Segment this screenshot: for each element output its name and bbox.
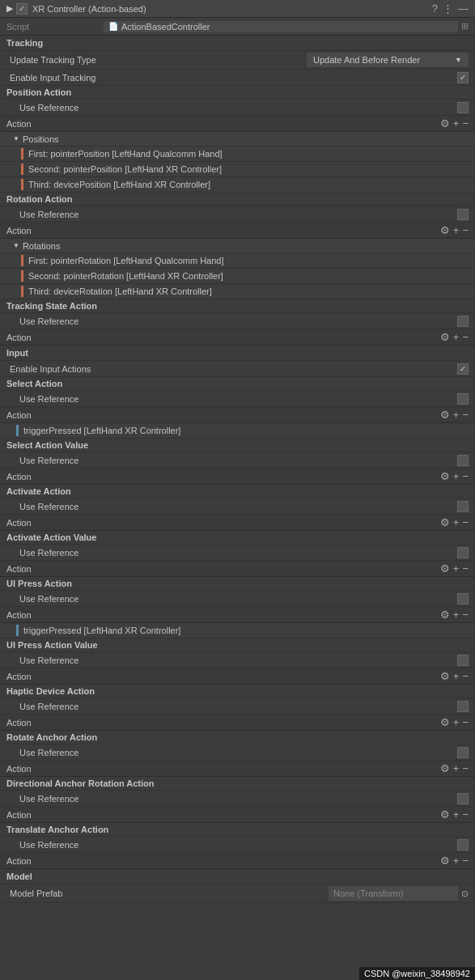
- ui-press-use-reference-row: Use Reference: [0, 591, 475, 607]
- select-use-reference-checkbox[interactable]: [457, 393, 469, 405]
- directional-anchor-gear-icon[interactable]: ⚙: [440, 808, 450, 821]
- rotate-anchor-use-reference-checkbox[interactable]: [457, 747, 469, 758]
- rotate-anchor-remove-icon[interactable]: −: [462, 762, 469, 774]
- dropdown-arrow: ▼: [455, 56, 462, 64]
- select-action-remove-icon[interactable]: −: [462, 409, 469, 421]
- rotations-text-0: First: pointerRotation [LeftHand Qualcom…: [28, 256, 224, 265]
- ui-press-value-use-reference-label: Use Reference: [6, 655, 457, 665]
- tracking-state-add-icon[interactable]: +: [453, 331, 460, 343]
- model-prefab-field[interactable]: [329, 886, 458, 901]
- model-prefab-dot-icon[interactable]: ⊙: [461, 889, 469, 899]
- position-use-reference-checkbox[interactable]: [457, 102, 469, 113]
- component-enabled-checkbox[interactable]: [16, 3, 28, 15]
- rotations-tree-item[interactable]: ▼ Rotations: [0, 239, 475, 253]
- activate-action-add-icon[interactable]: +: [453, 516, 460, 528]
- ui-press-value-gear-icon[interactable]: ⚙: [440, 670, 450, 682]
- rotations-item-1: Second: pointerRotation [LeftHand XR Con…: [0, 269, 475, 284]
- select-value-remove-icon[interactable]: −: [462, 470, 469, 482]
- select-action-bar: Action ⚙ + −: [0, 407, 475, 423]
- select-value-use-reference-row: Use Reference: [0, 452, 475, 469]
- enable-input-tracking-checkbox[interactable]: [457, 72, 469, 83]
- select-value-gear-icon[interactable]: ⚙: [440, 470, 450, 482]
- select-action-header: Select Action: [0, 377, 475, 391]
- ui-press-value-action-bar-label: Action: [6, 672, 440, 681]
- rotation-action-gear-icon[interactable]: ⚙: [440, 224, 450, 236]
- rotate-anchor-gear-icon[interactable]: ⚙: [440, 762, 450, 774]
- translate-anchor-add-icon[interactable]: +: [453, 855, 460, 867]
- activate-value-remove-icon[interactable]: −: [462, 562, 469, 575]
- rotation-use-reference-checkbox[interactable]: [457, 209, 469, 220]
- positions-tree-label: Positions: [23, 134, 59, 144]
- ui-press-use-reference-checkbox[interactable]: [457, 593, 469, 605]
- rotate-anchor-action-header: Rotate Anchor Action: [0, 731, 475, 745]
- model-section-header: Model: [0, 869, 475, 885]
- haptic-remove-icon[interactable]: −: [462, 716, 469, 728]
- activate-value-use-reference-checkbox[interactable]: [457, 547, 469, 558]
- tracking-state-gear-icon[interactable]: ⚙: [440, 331, 450, 343]
- haptic-action-bar-icons: ⚙ + −: [440, 716, 469, 728]
- script-end-icon[interactable]: ⊞: [461, 21, 469, 32]
- tracking-state-use-reference-checkbox[interactable]: [457, 316, 469, 327]
- rotation-action-remove-icon[interactable]: −: [462, 224, 469, 236]
- select-value-add-icon[interactable]: +: [453, 470, 460, 482]
- menu-icon[interactable]: ⋮: [443, 2, 453, 15]
- tracking-state-remove-icon[interactable]: −: [462, 331, 469, 343]
- activate-action-value-header: Activate Action Value: [0, 531, 475, 545]
- translate-anchor-remove-icon[interactable]: −: [462, 855, 469, 867]
- ui-press-use-reference-label: Use Reference: [6, 594, 457, 604]
- position-use-reference-label: Use Reference: [6, 103, 457, 112]
- rotate-anchor-action-bar-icons: ⚙ + −: [440, 762, 469, 774]
- activate-action-gear-icon[interactable]: ⚙: [440, 516, 450, 528]
- ui-press-add-icon[interactable]: +: [453, 609, 460, 621]
- haptic-use-reference-checkbox[interactable]: [457, 701, 469, 712]
- activate-value-add-icon[interactable]: +: [453, 562, 460, 575]
- ui-press-value-use-reference-checkbox[interactable]: [457, 655, 469, 666]
- activate-use-reference-checkbox[interactable]: [457, 501, 469, 512]
- help-icon[interactable]: ?: [432, 2, 438, 15]
- select-action-gear-icon[interactable]: ⚙: [440, 409, 450, 421]
- select-value-use-reference-checkbox[interactable]: [457, 455, 469, 466]
- directional-anchor-action-bar: Action ⚙ + −: [0, 807, 475, 823]
- select-action-add-icon[interactable]: +: [453, 409, 460, 421]
- script-value-field[interactable]: 📄 ActionBasedController: [104, 21, 458, 32]
- position-action-gear-icon[interactable]: ⚙: [440, 117, 450, 129]
- ui-press-value-remove-icon[interactable]: −: [462, 670, 469, 682]
- activate-action-bar: Action ⚙ + −: [0, 515, 475, 531]
- translate-anchor-action-bar-icons: ⚙ + −: [440, 855, 469, 867]
- haptic-gear-icon[interactable]: ⚙: [440, 716, 450, 728]
- activate-value-use-reference-label: Use Reference: [6, 548, 457, 558]
- update-tracking-type-dropdown[interactable]: Update And Before Render ▼: [307, 53, 469, 67]
- rotations-tree-label: Rotations: [23, 241, 60, 251]
- tracking-state-action-bar-icons: ⚙ + −: [440, 331, 469, 343]
- positions-item-2: Third: devicePosition [LeftHand XR Contr…: [0, 177, 475, 193]
- collapse-icon[interactable]: —: [458, 2, 469, 15]
- activate-value-gear-icon[interactable]: ⚙: [440, 562, 450, 575]
- update-tracking-type-row: Update Tracking Type Update And Before R…: [0, 51, 475, 70]
- ui-press-value-add-icon[interactable]: +: [453, 670, 460, 682]
- update-tracking-type-value: Update And Before Render ▼: [307, 53, 469, 67]
- rotations-bar-2: [21, 286, 23, 297]
- enable-input-actions-checkbox[interactable]: [457, 363, 469, 375]
- positions-tree-item[interactable]: ▼ Positions: [0, 132, 475, 146]
- ui-press-remove-icon[interactable]: −: [462, 609, 469, 621]
- activate-value-action-bar: Action ⚙ + −: [0, 561, 475, 577]
- position-action-add-icon[interactable]: +: [453, 117, 460, 129]
- directional-anchor-add-icon[interactable]: +: [453, 808, 460, 821]
- position-action-remove-icon[interactable]: −: [462, 117, 469, 129]
- ui-press-gear-icon[interactable]: ⚙: [440, 609, 450, 621]
- translate-anchor-gear-icon[interactable]: ⚙: [440, 855, 450, 867]
- activate-action-header: Activate Action: [0, 485, 475, 498]
- directional-anchor-remove-icon[interactable]: −: [462, 808, 469, 821]
- haptic-use-reference-label: Use Reference: [6, 702, 457, 711]
- directional-anchor-use-reference-checkbox[interactable]: [457, 793, 469, 804]
- translate-anchor-use-reference-checkbox[interactable]: [457, 839, 469, 851]
- rotate-anchor-add-icon[interactable]: +: [453, 762, 460, 774]
- tracking-state-use-reference-row: Use Reference: [0, 313, 475, 329]
- haptic-add-icon[interactable]: +: [453, 716, 460, 728]
- rotation-use-reference-row: Use Reference: [0, 206, 475, 223]
- activate-value-action-bar-icons: ⚙ + −: [440, 562, 469, 575]
- activate-action-remove-icon[interactable]: −: [462, 516, 469, 528]
- ui-press-action-bar-icons: ⚙ + −: [440, 609, 469, 621]
- rotation-action-add-icon[interactable]: +: [453, 224, 460, 236]
- directional-anchor-action-header: Directional Anchor Rotation Action: [0, 777, 475, 791]
